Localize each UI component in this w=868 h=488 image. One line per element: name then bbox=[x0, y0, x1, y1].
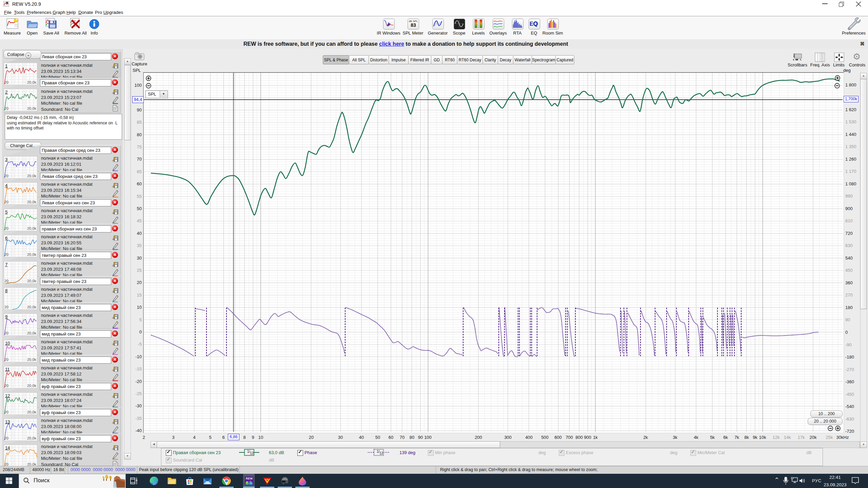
svg-text:12: 12 bbox=[379, 451, 383, 455]
svg-text:12: 12 bbox=[250, 451, 254, 455]
svg-text:REW: REW bbox=[246, 477, 253, 480]
